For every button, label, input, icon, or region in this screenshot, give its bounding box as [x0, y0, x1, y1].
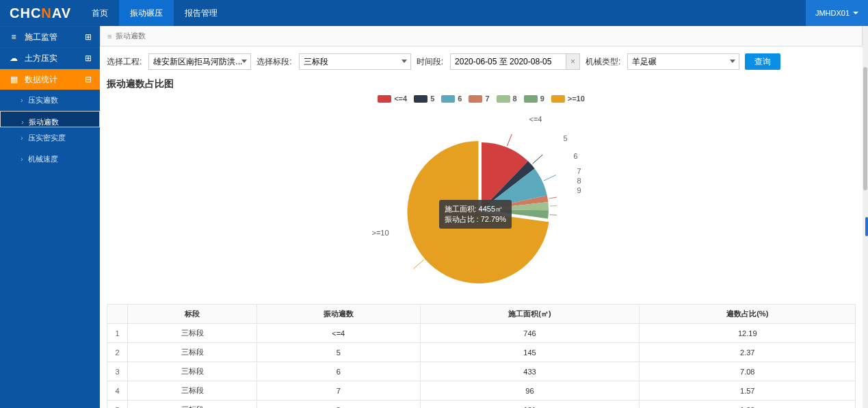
chevron-down-icon — [853, 12, 858, 14]
page-scrollbar[interactable] — [863, 26, 868, 408]
user-name: JMHDX01 — [815, 9, 850, 17]
legend-item[interactable]: >=10 — [551, 94, 585, 103]
sidebar-group-compaction[interactable]: ☁ 土方压实 ⊞ — [0, 48, 100, 68]
table-row[interactable]: 5三标段81211.98 — [107, 400, 856, 409]
leader-line — [543, 175, 555, 181]
legend-item[interactable]: 6 — [441, 94, 462, 103]
table-row[interactable]: 4三标段7961.57 — [107, 381, 856, 400]
list-icon: ≡ — [8, 32, 19, 42]
slice-label: 7 — [577, 167, 581, 175]
proj-select[interactable] — [148, 53, 251, 70]
machine-select[interactable] — [627, 53, 739, 70]
section-label: 选择标段: — [257, 56, 291, 68]
filter-bar: 选择工程: 选择标段: 时间段: × 机械类型: 查询 — [100, 47, 863, 74]
cloud-icon: ☁ — [8, 53, 19, 63]
chart-legend: <=4 5 6 7 8 9 >=10 — [100, 93, 863, 103]
scroll-thumb[interactable] — [863, 67, 867, 190]
col-index — [107, 305, 128, 324]
tooltip-line1: 施工面积: 4455㎡ — [445, 204, 506, 214]
query-button[interactable]: 查询 — [745, 53, 780, 70]
slice-label: 8 — [577, 177, 581, 185]
proj-label: 选择工程: — [107, 56, 142, 68]
sidebar-sub-compact-passes[interactable]: › 压实遍数 — [0, 90, 100, 111]
slice-label: 6 — [574, 152, 578, 160]
nav-reports[interactable]: 报告管理 — [174, 0, 228, 26]
brand-logo: CHCNAV — [0, 0, 81, 26]
leader-line — [549, 215, 556, 216]
leader-line — [549, 205, 556, 206]
panel-title: 振动遍数占比图 — [100, 74, 863, 90]
slice-label: 5 — [564, 134, 568, 142]
legend-item[interactable]: 7 — [469, 94, 489, 103]
legend-item[interactable]: 5 — [414, 94, 434, 103]
chart-tooltip: 施工面积: 4455㎡ 振动占比 : 72.79% — [439, 200, 512, 229]
col-section: 标段 — [128, 305, 257, 324]
col-ratio: 遍数占比(%) — [640, 305, 856, 324]
bars-icon: ≡ — [107, 32, 111, 40]
table-row[interactable]: 1三标段<=474612.19 — [107, 324, 856, 343]
collapse-icon: ⊟ — [85, 75, 92, 84]
nav-vibration[interactable]: 振动碾压 — [119, 0, 174, 26]
sidebar-sub-speed[interactable]: › 机械速度 — [0, 149, 100, 170]
expand-icon: ⊞ — [85, 32, 92, 42]
leader-line — [549, 196, 556, 199]
sidebar-label: 土方压实 — [25, 53, 57, 64]
table-row[interactable]: 3三标段64337.08 — [107, 362, 856, 381]
tooltip-line2: 振动占比 : 72.79% — [445, 214, 506, 225]
machine-label: 机械类型: — [586, 56, 620, 68]
data-table: 标段 振动遍数 施工面积(㎡) 遍数占比(%) 1三标段<=474612.192… — [100, 304, 863, 408]
slice-label: >=10 — [372, 229, 389, 237]
nav-home[interactable]: 首页 — [81, 0, 119, 26]
breadcrumb: ≡ 振动遍数 — [100, 26, 863, 47]
top-nav: 首页 振动碾压 报告管理 — [81, 0, 228, 26]
legend-item[interactable]: <=4 — [378, 94, 407, 103]
sidebar-group-stats[interactable]: ▦ 数据统计 ⊟ — [0, 69, 100, 90]
sidebar-label: 施工监管 — [25, 31, 57, 43]
breadcrumb-text: 振动遍数 — [116, 31, 146, 41]
brand-pre: CHC — [10, 5, 41, 21]
pie-chart: <=4 5 6 7 8 9 >=10 施工面积: 4455㎡ 振动占比 : 72… — [100, 93, 863, 298]
time-label: 时间段: — [417, 56, 443, 68]
brand-accent: N — [41, 5, 51, 21]
date-range-input[interactable] — [450, 53, 566, 70]
grid-icon: ▦ — [8, 75, 19, 84]
col-passes: 振动遍数 — [257, 305, 421, 324]
sidebar-group-construction[interactable]: ≡ 施工监管 ⊞ — [0, 27, 100, 47]
expand-icon: ⊞ — [85, 53, 92, 63]
sidebar-label: 数据统计 — [25, 74, 57, 86]
scroll-mark — [865, 217, 868, 236]
sidebar: ≡ 施工监管 ⊞ ☁ 土方压实 ⊞ ▦ 数据统计 ⊟ › 压实遍数 › 振动遍数… — [0, 26, 100, 408]
table-row[interactable]: 2三标段51452.37 — [107, 343, 856, 362]
slice-label: 9 — [577, 186, 581, 194]
leader-line — [413, 260, 423, 269]
leader-line — [532, 155, 542, 164]
section-select[interactable] — [299, 53, 411, 70]
legend-item[interactable]: 9 — [524, 94, 544, 103]
brand-post: AV — [52, 5, 71, 21]
user-menu[interactable]: JMHDX01 — [806, 0, 868, 26]
content: ≡ 振动遍数 选择工程: 选择标段: 时间段: × 机械类型: 查询 振动遍数占… — [100, 26, 863, 408]
slice-label: <=4 — [529, 115, 542, 123]
legend-item[interactable]: 8 — [497, 94, 517, 103]
clear-date-button[interactable]: × — [566, 53, 580, 70]
sidebar-sub-density[interactable]: › 压实密实度 — [0, 127, 100, 149]
leader-line — [507, 134, 512, 146]
sidebar-sub-vibration-passes[interactable]: › 振动遍数 — [0, 111, 100, 127]
top-bar: CHCNAV 首页 振动碾压 报告管理 JMHDX01 — [0, 0, 868, 26]
col-area: 施工面积(㎡) — [420, 305, 640, 324]
